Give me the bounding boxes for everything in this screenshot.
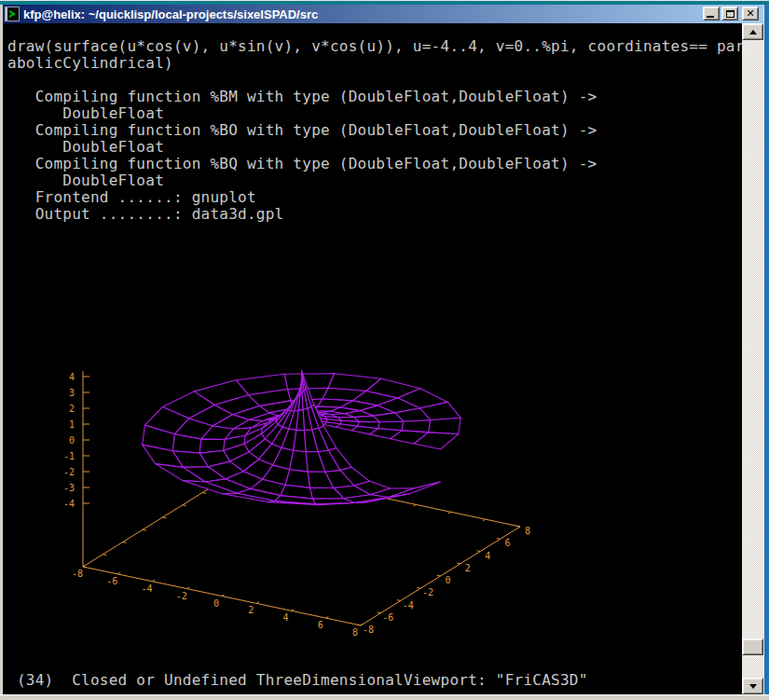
- terminal-line: DoubleFloat: [7, 105, 742, 122]
- close-button[interactable]: ✕: [742, 7, 759, 21]
- minimize-button[interactable]: [703, 7, 720, 21]
- scrollbar[interactable]: [742, 23, 763, 694]
- scroll-down-button[interactable]: [742, 678, 763, 694]
- scrollbar-thumb[interactable]: [742, 638, 763, 655]
- terminal-line: Frontend ......: gnuplot: [7, 189, 742, 206]
- terminal-app-icon[interactable]: [5, 7, 20, 21]
- status-line: (34) Closed or Undefined ThreeDimensiona…: [7, 672, 588, 689]
- terminal-line: DoubleFloat: [7, 172, 742, 189]
- window-title: kfp@helix: ~/quicklisp/local-projects/si…: [23, 7, 318, 21]
- terminal-line: Compiling function %BQ with type (Double…: [7, 156, 742, 172]
- terminal-line: DoubleFloat: [7, 139, 742, 156]
- terminal-line: abolicCylindrical): [7, 55, 742, 72]
- titlebar[interactable]: kfp@helix: ~/quicklisp/local-projects/si…: [3, 5, 763, 23]
- terminal-screen[interactable]: draw(surface(u*cos(v), u*sin(v), v*cos(u…: [3, 23, 742, 694]
- maximize-button[interactable]: [721, 7, 738, 21]
- arrow-up-icon: [749, 30, 757, 34]
- terminal-line: Output ........: data3d.gpl: [7, 206, 742, 223]
- minimize-icon: [707, 16, 714, 18]
- terminal-line: Compiling function %BO with type (Double…: [7, 122, 742, 139]
- terminal-line: draw(surface(u*cos(v), u*sin(v), v*cos(u…: [7, 38, 742, 55]
- window-right-border: [763, 5, 769, 694]
- scroll-up-button[interactable]: [742, 23, 763, 40]
- arrow-down-icon: [749, 684, 757, 689]
- terminal-line: Compiling function %BM with type (Double…: [7, 89, 742, 105]
- window-controls: ✕: [701, 7, 759, 21]
- window-bottom-border: [0, 694, 769, 700]
- terminal-line: [7, 72, 742, 89]
- maximize-icon: [726, 10, 735, 18]
- close-icon: ✕: [746, 8, 754, 19]
